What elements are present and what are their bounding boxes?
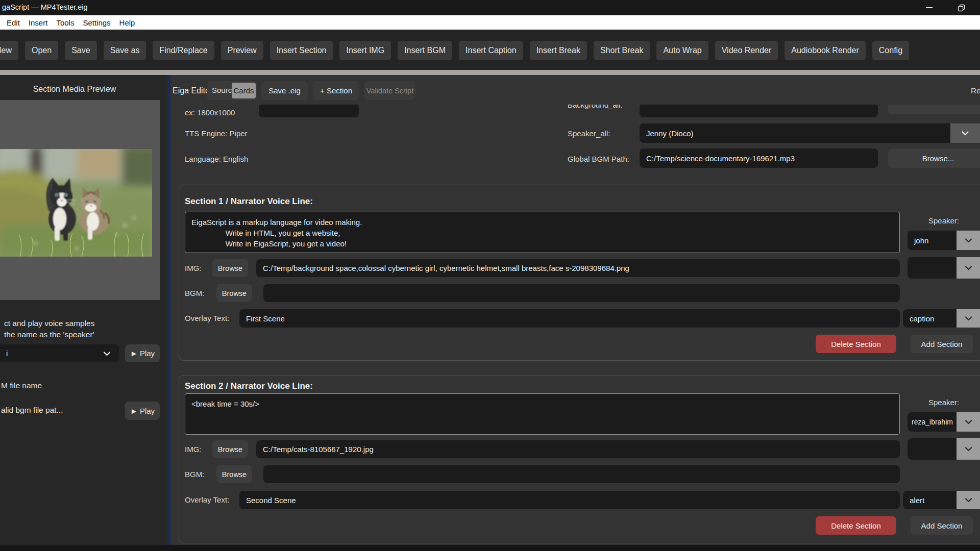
title-bar: gaScript — MP4Tester.eig [0, 0, 980, 15]
sidebar-bgm-status: alid bgm file pat... [1, 406, 63, 415]
section-1-img-label: IMG: [185, 264, 202, 272]
section-2-bgm-path-input[interactable] [263, 465, 900, 483]
sidebar-voice-hint-line2: the name as the 'speaker' [4, 330, 94, 339]
speaker-all-select[interactable]: Jenny (Dioco) [640, 123, 950, 143]
add-section-header-button[interactable]: + Section [313, 81, 359, 100]
section-2-img-path-input[interactable]: C:/Temp/cats-8105667_1920.jpg [256, 440, 900, 458]
section-1-bgm-label: BGM: [185, 289, 204, 297]
minimize-button[interactable] [917, 0, 941, 15]
global-bgm-path-input[interactable]: C:/Temp/science-documentary-169621.mp3 [640, 148, 878, 168]
section-2-overlay-text-input[interactable]: Second Scene [239, 491, 900, 509]
section-1-heading: Section 1 / Narrator Voice Line: [185, 196, 313, 207]
menu-edit[interactable]: Edit [7, 18, 20, 27]
toolbar-auto-wrap-button[interactable]: Auto Wrap [656, 41, 708, 60]
language-label: Language: English [185, 155, 248, 163]
minimize-icon [926, 7, 933, 8]
background-all-label: Background_all: [568, 105, 623, 109]
global-bgm-path-label: Global BGM Path: [568, 155, 629, 163]
chevron-down-icon [965, 316, 972, 321]
chevron-down-icon [965, 420, 972, 424]
toolbar-video-render-button[interactable]: Video Render [715, 41, 778, 60]
background-all-browse-button[interactable] [888, 105, 980, 114]
resolution-hint-label: ex: 1800x1000 [185, 108, 235, 117]
section-2-overlay-style-dropdown-button[interactable] [957, 491, 980, 509]
background-all-input[interactable] [640, 105, 878, 117]
global-bgm-browse-button[interactable]: Browse... [888, 148, 980, 168]
toolbar-insert-caption-button[interactable]: Insert Caption [459, 41, 523, 60]
speaker-all-label: Speaker_all: [568, 129, 610, 138]
section-2-img-browse-button[interactable]: Browse [212, 440, 248, 458]
toolbar-new-button[interactable]: New [0, 41, 18, 60]
section-1-speaker-dropdown-button[interactable] [957, 231, 980, 250]
section-2-overlay-label: Overlay Text: [185, 495, 229, 504]
section-1-bgm-path-input[interactable] [263, 284, 900, 302]
toolbar-preview-button[interactable]: Preview [221, 41, 263, 60]
section-1-add-button[interactable]: Add Section [911, 335, 973, 353]
chevron-down-icon [961, 131, 969, 136]
section-2-heading: Section 2 / Narrator Voice Line: [185, 381, 313, 391]
toolbar-audiobook-render-button[interactable]: Audiobook Render [785, 41, 866, 60]
menu-help[interactable]: Help [119, 18, 135, 27]
resolution-input[interactable] [259, 105, 359, 117]
section-2-overlay-style-select[interactable]: alert [903, 491, 957, 509]
menu-settings[interactable]: Settings [83, 18, 110, 27]
toolbar-insert-img-button[interactable]: Insert IMG [339, 41, 391, 60]
section-2-img-style-dropdown-button[interactable] [957, 438, 980, 460]
section-1-delete-button[interactable]: Delete Section [816, 335, 896, 353]
menu-tools[interactable]: Tools [56, 18, 74, 27]
validate-script-button[interactable]: Validate Script [364, 81, 415, 100]
section-1-speaker-select[interactable]: john [908, 231, 957, 250]
section-1-narration-textarea[interactable]: EigaScript is a markup language for vide… [185, 212, 900, 253]
toolbar-open-button[interactable]: Open [25, 41, 58, 60]
toolbar-insert-break-button[interactable]: Insert Break [530, 41, 587, 60]
section-2-speaker-dropdown-button[interactable] [957, 412, 980, 432]
section-2-img-style-select[interactable] [908, 438, 957, 460]
section-1-img-style-select[interactable] [908, 257, 957, 279]
restore-icon [958, 4, 965, 12]
tab-cards-active[interactable]: Cards [232, 83, 256, 98]
voice-sample-select[interactable]: i [0, 344, 119, 362]
section-1-overlay-label: Overlay Text: [185, 314, 229, 322]
toolbar-find-replace-button[interactable]: Find/Replace [153, 41, 214, 60]
menu-insert[interactable]: Insert [29, 18, 48, 27]
section-2-delete-button[interactable]: Delete Section [816, 516, 896, 535]
app-window: gaScript — MP4Tester.eig Edit Insert Too… [0, 0, 980, 551]
toolbar-save-button[interactable]: Save [65, 41, 96, 60]
toolbar-config-button[interactable]: Config [872, 41, 909, 60]
section-1-speaker-label: Speaker: [908, 216, 980, 225]
section-1-img-browse-button[interactable]: Browse [212, 259, 248, 277]
separator-bar [0, 70, 980, 75]
section-2-img-label: IMG: [185, 445, 202, 454]
section-2-narration-textarea[interactable]: <break time = 30s/> [185, 393, 900, 435]
section-1-overlay-text-input[interactable]: First Scene [239, 309, 900, 328]
section-2-bgm-browse-button[interactable]: Browse [216, 465, 252, 483]
chevron-down-icon [965, 238, 972, 243]
section-2-speaker-select[interactable]: reza_ibrahim [908, 412, 957, 432]
toolbar-save-as-button[interactable]: Save as [104, 41, 146, 60]
bgm-play-button[interactable]: ► Play [125, 402, 160, 420]
bottom-strip [0, 545, 980, 551]
toolbar-short-break-button[interactable]: Short Break [594, 41, 650, 60]
restore-button[interactable] [949, 0, 973, 15]
view-mode-toggle: Source Cards [207, 81, 257, 100]
save-eig-button[interactable]: Save .eig [261, 81, 308, 100]
voice-play-button[interactable]: ► Play [125, 344, 160, 362]
sidebar-bgm-file-label: M file name [1, 381, 42, 390]
editor-title: Eiga Editor [173, 86, 212, 95]
section-2-add-button[interactable]: Add Section [911, 516, 973, 535]
speaker-all-dropdown-button[interactable] [950, 123, 980, 143]
main-toolbar: New Open Save Save as Find/Replace Previ… [0, 30, 980, 70]
sidebar-title: Section Media Preview [0, 85, 149, 94]
section-1-bgm-browse-button[interactable]: Browse [216, 284, 252, 302]
section-1-overlay-style-select[interactable]: caption [903, 309, 957, 328]
section-1-img-path-input[interactable]: C:/Temp/background space,colossal cybern… [256, 259, 900, 277]
section-1-overlay-style-dropdown-button[interactable] [957, 309, 980, 328]
chevron-down-icon [965, 447, 972, 452]
toolbar-insert-bgm-button[interactable]: Insert BGM [398, 41, 452, 60]
menu-bar: Edit Insert Tools Settings Help [0, 15, 980, 30]
tts-engine-label: TTS Engine: Piper [185, 129, 248, 138]
chevron-down-icon [965, 266, 972, 270]
chevron-down-icon [103, 352, 111, 356]
toolbar-insert-section-button[interactable]: Insert Section [270, 41, 333, 60]
section-1-img-style-dropdown-button[interactable] [957, 257, 980, 279]
